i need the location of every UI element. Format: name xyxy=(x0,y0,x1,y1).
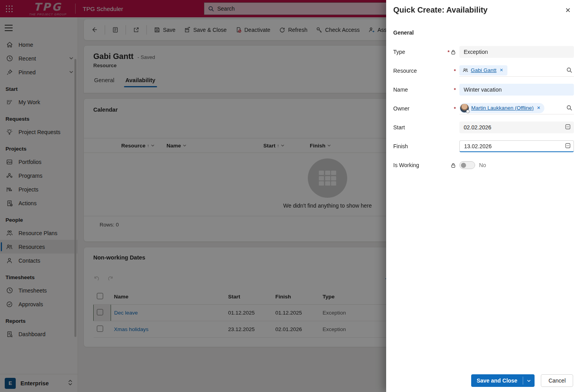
name-field[interactable] xyxy=(459,84,574,96)
lock-icon xyxy=(451,163,456,168)
save-and-close-split-button: Save and Close xyxy=(471,374,535,387)
field-label: Finish xyxy=(393,143,440,149)
panel-footer: Save and Close Cancel xyxy=(386,369,581,392)
lock-icon xyxy=(451,50,456,55)
toggle-state-label: No xyxy=(479,162,486,168)
owner-lookup[interactable]: Martin Laukkanen (Offline) ✕ xyxy=(459,103,574,114)
required-asterisk: * xyxy=(448,50,450,55)
panel-section-general: General xyxy=(393,29,574,36)
save-and-close-button[interactable]: Save and Close xyxy=(471,374,523,387)
field-label: Start xyxy=(393,124,440,131)
people-icon xyxy=(463,67,468,73)
start-date-field[interactable] xyxy=(459,121,574,133)
field-type: Type * xyxy=(393,46,574,58)
field-owner: Owner * Martin Laukkanen (Offline) ✕ xyxy=(393,103,574,114)
datepicker-icon[interactable] xyxy=(565,124,571,131)
owner-record-link[interactable]: Martin Laukkanen (Offline) xyxy=(471,105,534,111)
field-label: Type xyxy=(393,49,440,55)
field-label: Resource xyxy=(393,68,440,74)
resource-lookup[interactable]: Gabi Gantt ✕ xyxy=(459,65,574,77)
lookup-search-icon[interactable] xyxy=(566,67,572,73)
lookup-search-icon[interactable] xyxy=(566,105,572,111)
quick-create-panel: Quick Create: Availability ✕ General Typ… xyxy=(386,0,581,392)
save-options-chevron-icon[interactable] xyxy=(523,374,535,387)
required-asterisk: * xyxy=(454,87,456,92)
close-icon[interactable]: ✕ xyxy=(562,6,574,15)
field-start: Start xyxy=(393,121,574,133)
required-asterisk: * xyxy=(454,106,456,111)
type-field[interactable] xyxy=(459,46,574,58)
field-is-working: Is Working No xyxy=(393,159,574,171)
field-label: Owner xyxy=(393,105,440,112)
panel-title: Quick Create: Availability xyxy=(393,6,488,15)
resource-record-link[interactable]: Gabi Gantt xyxy=(471,67,496,73)
is-working-toggle[interactable] xyxy=(459,161,475,169)
owner-avatar xyxy=(460,104,469,112)
finish-date-field[interactable] xyxy=(459,140,574,152)
field-resource: Resource * Gabi Gantt ✕ xyxy=(393,65,574,77)
remove-owner-icon[interactable]: ✕ xyxy=(536,105,541,111)
field-finish: Finish xyxy=(393,140,574,152)
field-label: Name xyxy=(393,86,440,93)
resource-pill: Gabi Gantt ✕ xyxy=(459,65,507,75)
owner-pill: Martin Laukkanen (Offline) ✕ xyxy=(459,103,544,113)
presence-offline-icon xyxy=(466,110,470,113)
field-label: Is Working xyxy=(393,162,440,168)
field-name: Name * xyxy=(393,84,574,96)
remove-resource-icon[interactable]: ✕ xyxy=(499,67,504,74)
required-asterisk: * xyxy=(454,68,456,74)
datepicker-icon[interactable] xyxy=(565,143,571,150)
cancel-button[interactable]: Cancel xyxy=(541,374,573,387)
